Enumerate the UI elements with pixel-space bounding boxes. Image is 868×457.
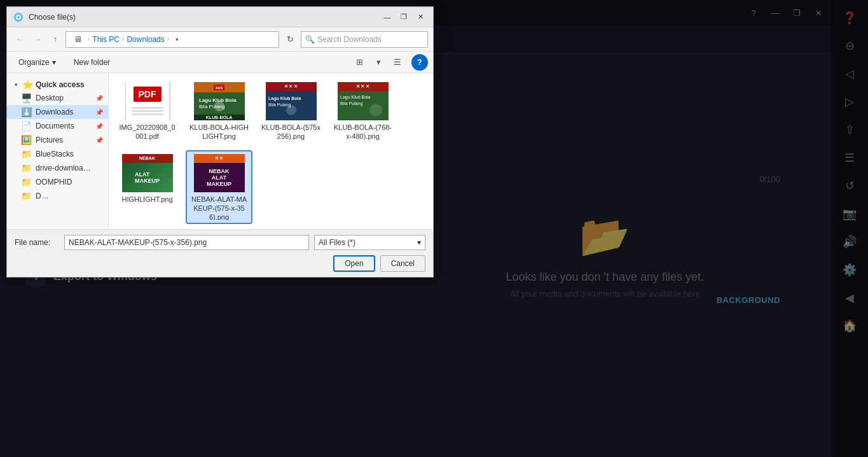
file-name-makeup: NEBAK-ALAT-MAKEUP-(575-x-356).png [189, 195, 249, 220]
file-name-soccer-highlight: KLUB-BOLA-HIGHLIGHT.png [189, 123, 249, 141]
dialog-title: Choose file(s) [29, 13, 380, 22]
back-button[interactable]: ← [12, 32, 27, 47]
bluestacks-icon: 📁 [21, 149, 32, 159]
sidebar-item-downloads[interactable]: ⬇️ Downloads 📌 [7, 105, 108, 119]
breadcrumb-downloads[interactable]: Downloads [127, 35, 164, 44]
address-bar[interactable]: 🖥 › This PC › Downloads › ▾ [65, 31, 279, 48]
search-placeholder: Search Downloads [317, 35, 382, 44]
dialog-window-buttons: — ❐ ✕ [380, 11, 428, 24]
up-button[interactable]: ↑ [48, 32, 63, 47]
makeup-thumb: ✕ ✕ NEBAKALATMAKEUP [194, 154, 245, 192]
sidebar-item-pictures[interactable]: 🖼️ Pictures 📌 [7, 133, 108, 147]
quick-access-header[interactable]: ▾ ⭐ Quick access [7, 78, 108, 91]
quick-access-expand: ▾ [12, 81, 20, 88]
filename-label: File name: [15, 238, 59, 247]
downloads-pin: 📌 [95, 109, 103, 116]
file-item-soccer-768[interactable]: ✕ ✕ ✕ Lagu Klub Bola Bila Pulang KLUB-BO… [329, 78, 396, 145]
view-buttons: ⊞ ▾ ☰ [350, 54, 406, 71]
search-box[interactable]: 🔍 Search Downloads [301, 31, 428, 48]
view-details-button[interactable]: ☰ [389, 54, 406, 71]
desktop-label: Desktop [36, 94, 64, 102]
dialog-titlebar: Choose file(s) — ❐ ✕ [7, 7, 433, 27]
file-item-soccer-575[interactable]: ✕ ✕ ✕ Lagu Klub Bola Bila Pulang KLUB-BO… [258, 78, 324, 145]
pdf-thumb: PDF [122, 82, 173, 120]
sidebar-item-oomphid[interactable]: 📁 OOMPHID [7, 175, 108, 189]
documents-pin: 📌 [95, 123, 103, 130]
svg-text:Lagu Klub Bola: Lagu Klub Bola [340, 95, 371, 100]
svg-text:Lagu Klub Bola: Lagu Klub Bola [199, 97, 237, 103]
desktop-pin: 📌 [95, 95, 103, 102]
view-icon-button[interactable]: ⊞ [350, 54, 368, 71]
file-item-soccer-highlight[interactable]: xxx Lagu Klub Bola Bila Pulang KLUB-BOLA… [186, 78, 252, 145]
help-button[interactable]: ? [411, 54, 428, 71]
dialog-files-area: PDF IMG_20220908_0001.pdf xxx [109, 73, 433, 229]
file-name-soccer-575: KLUB-BOLA-(575x256).png [261, 123, 320, 141]
downloads-label: Downloads [36, 108, 73, 116]
sidebar-item-documents[interactable]: 📄 Documents 📌 [7, 119, 108, 133]
filetype-label: All Files (*) [319, 238, 355, 247]
file-name-soccer-768: KLUB-BOLA-(768-x-480).png [333, 123, 392, 141]
quick-access-label: Quick access [36, 80, 85, 89]
organize-label: Organize [18, 58, 50, 67]
new-folder-button[interactable]: New folder [67, 54, 116, 71]
filetype-select[interactable]: All Files (*) ▾ [314, 235, 425, 250]
svg-text:Bila Pulang: Bila Pulang [199, 104, 224, 109]
desktop-icon: 🖥️ [21, 93, 32, 103]
filetype-arrow: ▾ [417, 238, 421, 247]
breadcrumb-this-pc[interactable]: This PC [92, 35, 120, 44]
sidebar-item-drive[interactable]: 📁 drive-downloa… [7, 161, 108, 175]
forward-button[interactable]: → [30, 32, 45, 47]
oomphid-icon: 📁 [21, 177, 32, 187]
pictures-label: Pictures [36, 136, 63, 144]
dialog-addressbar: ← → ↑ 🖥 › This PC › Downloads › ▾ ↻ 🔍 Se… [7, 27, 433, 52]
dialog-close-button[interactable]: ✕ [413, 11, 428, 24]
organize-arrow: ▾ [52, 58, 56, 67]
file-name-highlight: HIGHLIGHT.png [121, 195, 172, 204]
breadcrumb-sep2: › [122, 36, 124, 43]
quick-access-icon: ⭐ [22, 80, 33, 90]
d-icon: 📁 [21, 191, 32, 201]
soccer-highlight-thumb: xxx Lagu Klub Bola Bila Pulang KLUB-BOLA [194, 82, 245, 120]
highlight-thumb: NEBAK ALATMAKEUP [122, 154, 173, 192]
breadcrumb-sep3: › [167, 36, 169, 43]
d-label: D… [36, 192, 49, 200]
pictures-icon: 🖼️ [21, 135, 32, 145]
soccer-768-thumb: ✕ ✕ ✕ Lagu Klub Bola Bila Pulang [338, 82, 389, 120]
sidebar-item-bluestacks[interactable]: 📁 BlueStacks [7, 147, 108, 161]
bluestacks-label: BlueStacks [36, 150, 74, 158]
pictures-pin: 📌 [95, 137, 103, 144]
open-button[interactable]: Open [333, 255, 375, 272]
svg-point-2 [17, 16, 20, 18]
svg-text:Lagu Klub Bola: Lagu Klub Bola [268, 96, 301, 101]
breadcrumb-dropdown[interactable]: ▾ [172, 33, 182, 46]
svg-text:Bila Pulang: Bila Pulang [340, 101, 363, 106]
file-name-pdf: IMG_20220908_0001.pdf [118, 123, 177, 141]
sidebar-item-d[interactable]: 📁 D… [7, 189, 108, 203]
file-item-highlight[interactable]: NEBAK ALATMAKEUP HIGHLIGHT.png [114, 150, 181, 224]
sidebar-item-desktop[interactable]: 🖥️ Desktop 📌 [7, 91, 108, 105]
filename-row: File name: All Files (*) ▾ [15, 235, 425, 250]
file-item-pdf[interactable]: PDF IMG_20220908_0001.pdf [114, 78, 181, 145]
dialog-restore-button[interactable]: ❐ [396, 11, 411, 24]
svg-point-14 [369, 104, 382, 116]
organize-button[interactable]: Organize ▾ [12, 54, 62, 71]
file-dialog: Choose file(s) — ❐ ✕ ← → ↑ 🖥 › This PC ›… [6, 6, 434, 278]
drive-icon: 📁 [21, 163, 32, 173]
search-icon: 🔍 [305, 35, 315, 44]
breadcrumb-sep1: › [88, 36, 90, 43]
view-dropdown-button[interactable]: ▾ [369, 54, 387, 71]
refresh-button[interactable]: ↻ [282, 31, 298, 48]
documents-label: Documents [36, 122, 74, 130]
file-item-makeup[interactable]: ✕ ✕ NEBAKALATMAKEUP NEBAK-ALAT-MAKEUP-(5… [186, 150, 252, 224]
dialog-bottom: File name: All Files (*) ▾ Open Cancel [7, 229, 433, 277]
dialog-app-icon [12, 11, 25, 24]
downloads-icon: ⬇️ [21, 107, 32, 117]
svg-point-10 [286, 105, 296, 115]
this-pc-icon: 🖥 [70, 32, 85, 47]
dialog-actions: Open Cancel [15, 255, 425, 272]
dialog-sidebar: ▾ ⭐ Quick access 🖥️ Desktop 📌 ⬇️ Downloa… [7, 73, 109, 229]
dialog-minimize-button[interactable]: — [380, 11, 395, 24]
cancel-button[interactable]: Cancel [380, 255, 425, 272]
filename-input[interactable] [64, 235, 309, 250]
drive-label: drive-downloa… [36, 164, 91, 172]
